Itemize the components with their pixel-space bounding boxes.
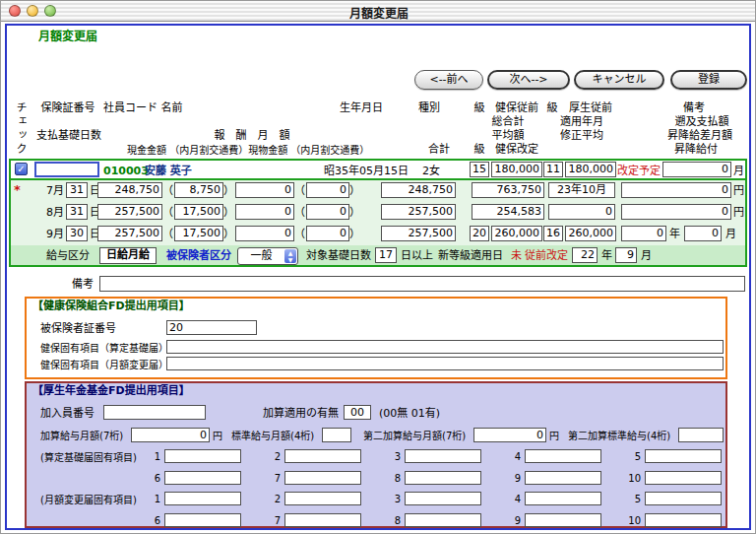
- tekiyou-nengetsu-field[interactable]: 23年10月: [548, 182, 615, 198]
- santei-koyuu-field-7[interactable]: [284, 471, 361, 485]
- row-required-asterisk: *: [14, 183, 21, 197]
- kaitei-yotei-suffix: 月: [733, 165, 744, 178]
- prev-button[interactable]: <--前へ: [414, 70, 483, 90]
- paren-open: （: [162, 206, 173, 220]
- kenpo-kyu-field[interactable]: 15: [470, 162, 489, 177]
- employee-checkbox[interactable]: ✓: [15, 163, 28, 175]
- santei-koyuu-field-8[interactable]: [405, 471, 481, 485]
- geppen-koyuu-num-5: 5: [627, 493, 641, 505]
- kosei-kaitei-kyu-field[interactable]: 16: [543, 226, 563, 241]
- geppen-koyuu-field-9[interactable]: [525, 513, 601, 527]
- santei-koyuu-field-2[interactable]: [284, 449, 361, 463]
- yen-suffix: 円: [733, 206, 744, 220]
- cancel-button[interactable]: キャンセル: [574, 70, 664, 90]
- santei-koyuu-field-3[interactable]: [405, 449, 481, 463]
- kenpo-santei-field[interactable]: [166, 340, 724, 354]
- paren-close: ）: [223, 184, 234, 198]
- geppen-koyuu-field-1[interactable]: [164, 492, 241, 505]
- popup-arrows-icon: ▲▼: [284, 249, 296, 263]
- shuusei-heikin-field[interactable]: 0: [548, 204, 615, 220]
- geppen-koyuu-field-5[interactable]: [645, 492, 722, 505]
- hihokensha-kubun-popup[interactable]: 一般 ▲▼: [237, 247, 298, 265]
- next-button[interactable]: 次へ-->: [487, 70, 570, 90]
- hihokensha-no-field[interactable]: 20: [166, 320, 257, 335]
- hihokensha-kubun-value: 一般: [240, 248, 283, 264]
- month-9-label: 9月: [38, 228, 64, 241]
- month-8-goods-commute-field[interactable]: 0: [306, 204, 349, 220]
- month-7-goods-commute-field[interactable]: 0: [306, 182, 349, 198]
- month-8-cash-field[interactable]: 257,500: [97, 204, 162, 220]
- hoken-no-field[interactable]: [34, 162, 99, 177]
- month-7-total-field[interactable]: 248,750: [381, 182, 456, 198]
- month-8-total-field[interactable]: 257,500: [381, 204, 456, 220]
- kosei-kaitei-field[interactable]: 260,000: [565, 226, 616, 241]
- header-kenpo-kaitei: 健保改定: [490, 143, 543, 157]
- kenpo-kaitei-field[interactable]: 260,000: [491, 226, 542, 241]
- paren-close: ）: [223, 206, 234, 220]
- month-8-cash-commute-field[interactable]: 17,500: [174, 204, 223, 220]
- santei-koyuu-field-5[interactable]: [645, 449, 722, 463]
- hyoujun-label: 標準給与月額(4桁): [231, 430, 314, 442]
- month-9-cash-commute-field[interactable]: 17,500: [174, 226, 223, 241]
- month-9-cash-field[interactable]: 257,500: [97, 226, 162, 241]
- header-employee: 社員コード 名前: [103, 101, 271, 115]
- kenpo-geppen-field[interactable]: [166, 357, 724, 370]
- taishou-kiso-nissu-field[interactable]: 17: [375, 247, 397, 263]
- shoukyuu-nen-field[interactable]: 0: [621, 226, 666, 241]
- santei-koyuu-field-9[interactable]: [525, 471, 601, 485]
- header-shoukoukyuu-sa-getsugaku: 昇降給差月額: [659, 129, 741, 143]
- month-8-goods-field[interactable]: 0: [235, 204, 294, 220]
- daini-kasan-field[interactable]: 0: [473, 428, 546, 442]
- kaitei-yotei-field[interactable]: 0: [662, 162, 731, 177]
- kanyuin-field[interactable]: [103, 405, 206, 420]
- header-shuusei-heikin: 修正平均: [548, 129, 615, 143]
- month-8-days-field[interactable]: 31: [66, 204, 88, 220]
- geppen-koyuu-field-3[interactable]: [405, 492, 481, 505]
- shoukoukyuu-sa-field[interactable]: 0: [621, 204, 731, 220]
- biko-field[interactable]: [99, 276, 745, 292]
- month-7-cash-field[interactable]: 248,750: [97, 182, 162, 198]
- geppen-koyuu-num-8: 8: [387, 514, 401, 527]
- santei-koyuu-num-9: 9: [507, 472, 521, 485]
- sokyuu-shiharaigaku-field[interactable]: 0: [621, 182, 731, 198]
- geppen-koyuu-field-8[interactable]: [405, 513, 481, 527]
- geppen-koyuu-field-4[interactable]: [525, 492, 601, 505]
- shintoukyuu-tekiyoubi-label: 新等級適用日: [438, 249, 503, 263]
- register-button[interactable]: 登録: [670, 70, 747, 90]
- sougoukei-field[interactable]: 763,750: [472, 182, 544, 198]
- kasan-kyuyo-field[interactable]: 0: [131, 428, 210, 442]
- daini-hyoujun-field[interactable]: [678, 428, 724, 442]
- kosei-juzen-field[interactable]: 180,000: [565, 162, 616, 177]
- header-kyu-3: 級: [469, 143, 490, 157]
- santei-koyuu-field-6[interactable]: [164, 471, 241, 485]
- month-9-goods-field[interactable]: 0: [235, 226, 294, 241]
- kenpo-juzen-field[interactable]: 180,000: [491, 162, 542, 177]
- santei-koyuu-field-10[interactable]: [645, 471, 722, 485]
- juuzen-tsuki-field[interactable]: 9: [615, 247, 637, 263]
- geppen-koyuu-field-7[interactable]: [284, 513, 361, 527]
- kasan-kyuyo-label: 加算給与月額(7桁): [40, 430, 123, 442]
- santei-koyuu-num-6: 6: [147, 472, 160, 485]
- kenpo-kaitei-kyu-field[interactable]: 20: [470, 226, 489, 241]
- geppen-koyuu-field-2[interactable]: [284, 492, 361, 505]
- kasan-umu-field[interactable]: 00: [344, 405, 371, 420]
- geppen-koyuu-field-6[interactable]: [164, 513, 241, 527]
- geppen-koyuu-num-4: 4: [507, 493, 521, 505]
- juuzen-nen-field[interactable]: 22: [572, 247, 598, 263]
- santei-koyuu-field-1[interactable]: [164, 449, 241, 463]
- month-9-total-field[interactable]: 257,500: [381, 226, 456, 241]
- kosei-kyu-field[interactable]: 11: [543, 162, 563, 177]
- month-9-goods-commute-field[interactable]: 0: [306, 226, 349, 241]
- shoukyuu-tsuki-field[interactable]: 0: [684, 226, 722, 241]
- kyuyo-kubun-value[interactable]: 日給月給: [99, 247, 157, 264]
- month-7-goods-field[interactable]: 0: [235, 182, 294, 198]
- employee-name: 安藤 英子: [145, 165, 192, 178]
- santei-koyuu-field-4[interactable]: [525, 449, 601, 463]
- heikingaku-field[interactable]: 254,583: [472, 204, 544, 220]
- geppen-koyuu-field-10[interactable]: [645, 513, 722, 527]
- hyoujun-field[interactable]: [322, 428, 351, 442]
- header-houshuu-getsugaku: 報 酬 月 額: [139, 129, 365, 143]
- month-7-days-field[interactable]: 31: [66, 182, 88, 198]
- month-9-days-field[interactable]: 30: [66, 226, 88, 241]
- month-7-cash-commute-field[interactable]: 8,750: [174, 182, 223, 198]
